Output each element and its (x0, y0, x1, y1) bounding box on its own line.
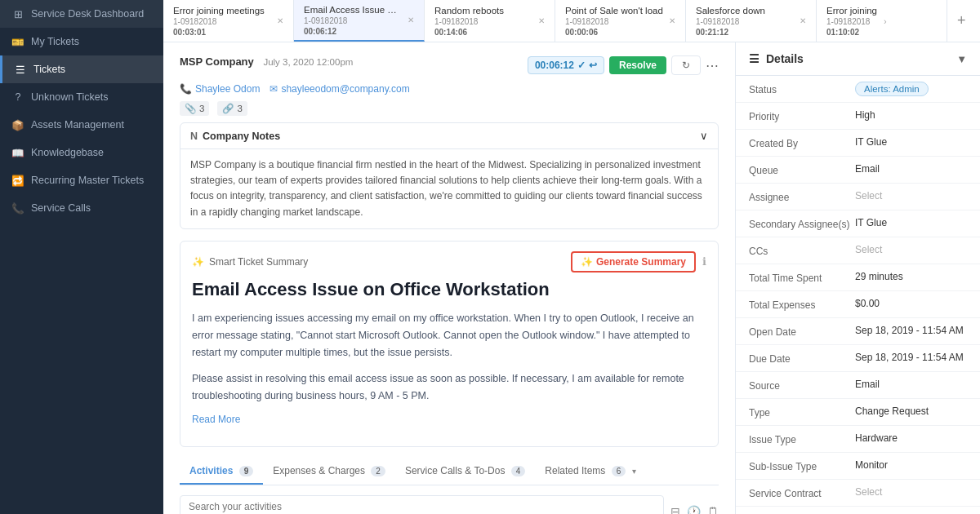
details-collapse-icon[interactable]: ▼ (956, 53, 967, 65)
undo-icon[interactable]: ↩ (589, 60, 597, 71)
details-field-value: Alerts: Admin (855, 82, 929, 95)
company-notes: N Company Notes ∨ MSP Company is a bouti… (180, 122, 719, 229)
tab-salesforce[interactable]: Salesforce down 1-09182018 00:21:12 ✕ (686, 0, 817, 42)
generate-summary-button[interactable]: ✨ Generate Summary (571, 251, 696, 273)
tab-close-4[interactable]: ✕ (669, 16, 675, 25)
related-dropdown-icon: ▾ (632, 467, 636, 476)
details-field-label: Service Contract (749, 486, 855, 499)
tab-title-4: Point of Sale won't load (565, 6, 663, 16)
details-field-value: IT Glue (855, 136, 967, 148)
clock-icon[interactable]: 🕐 (687, 505, 701, 514)
details-row: PriorityHigh (736, 103, 980, 130)
sidebar-label-service-desk: Service Desk Dashboard (31, 8, 144, 20)
contact-name[interactable]: Shaylee Odom (195, 83, 260, 95)
tab-related-items[interactable]: Related Items 6 ▾ (535, 459, 645, 485)
generate-label: Generate Summary (596, 256, 686, 268)
tab-add-button[interactable]: + (947, 0, 976, 42)
tab-id-4: 1-09182018 (565, 17, 663, 26)
sidebar-item-recurring[interactable]: 🔁 Recurring Master Tickets (0, 166, 163, 194)
details-field-label: Source (749, 379, 855, 392)
read-more-link[interactable]: Read More (192, 414, 240, 425)
refresh-button[interactable]: ↻ (671, 55, 701, 75)
details-field-value[interactable]: Select (855, 190, 967, 202)
sparkle-icon: ✨ (192, 256, 204, 268)
chevron-down-icon: ∨ (700, 130, 708, 142)
search-input[interactable] (180, 495, 664, 514)
smart-summary-header: ✨ Smart Ticket Summary ✨ Generate Summar… (192, 251, 706, 273)
details-menu-icon: ☰ (749, 52, 760, 65)
sidebar-item-service-desk[interactable]: ⊞ Service Desk Dashboard (0, 0, 163, 28)
sidebar-item-knowledgebase[interactable]: 📖 Knowledgebase (0, 139, 163, 166)
details-field-value: Email (855, 379, 967, 390)
contact-email-value[interactable]: shayleeodom@company.com (281, 83, 409, 95)
more-options-button[interactable]: ⋯ (706, 58, 719, 73)
details-field-label: Due Date (749, 352, 855, 365)
details-title: ☰ Details (749, 52, 804, 65)
details-row: Open DateSep 18, 2019 - 11:54 AM (736, 318, 980, 345)
sidebar-item-service-calls[interactable]: 📞 Service Calls (0, 194, 163, 222)
box-icon: 📦 (11, 118, 24, 131)
details-field-label: Assignee (749, 190, 855, 203)
notes-title-text: Company Notes (203, 131, 280, 142)
note-icon[interactable]: 🗒 (707, 505, 719, 514)
contact-phone: 📞 Shaylee Odom (180, 83, 260, 95)
details-field-value: $0.00 (855, 298, 967, 309)
main-area: Error joining meetings 1-09182018 00:03:… (163, 0, 980, 514)
company-notes-title: N Company Notes (190, 131, 280, 142)
tab-random-reboots[interactable]: Random reboots 1-09182018 00:14:06 ✕ (425, 0, 555, 42)
links-badge[interactable]: 🔗 3 (217, 101, 247, 116)
tab-close-2[interactable]: ✕ (408, 16, 414, 24)
sidebar-item-my-tickets[interactable]: 🎫 My Tickets (0, 28, 163, 55)
tab-close-5[interactable]: ✕ (800, 16, 806, 25)
filter-icon[interactable]: ⊟ (670, 505, 680, 514)
details-field-value: 29 minutes (855, 271, 967, 282)
notion-icon: N (190, 131, 198, 142)
resolve-button[interactable]: Resolve (609, 56, 666, 74)
activity-tabs: Activities 9 Expenses & Charges 2 Servic… (180, 459, 719, 485)
attachments-badge[interactable]: 📎 3 (180, 101, 209, 116)
details-row: Secondary Assignee(s)IT Glue (736, 210, 980, 237)
details-row: Total Time Spent29 minutes (736, 264, 980, 291)
details-field-label: CCs (749, 244, 855, 257)
details-field-value[interactable]: Select (855, 486, 967, 498)
details-field-value[interactable]: Select (855, 244, 967, 255)
details-field-value: Sep 18, 2019 - 11:54 AM (855, 352, 967, 363)
related-items-count: 6 (612, 466, 626, 476)
details-field-value: IT Glue (855, 217, 967, 228)
sidebar-label-assets: Assets Management (31, 119, 124, 131)
tab-error-joining[interactable]: Error joining meetings 1-09182018 00:03:… (163, 0, 294, 42)
sparkle-icon-sm: ✨ (581, 256, 593, 268)
sidebar-item-tickets[interactable]: ☰ Tickets (0, 55, 163, 83)
tab-expenses[interactable]: Expenses & Charges 2 (263, 459, 395, 485)
tab-time-6: 01:10:02 (826, 28, 877, 37)
tab-error-joining2[interactable]: Error joining 1-09182018 01:10:02 › (817, 0, 947, 42)
tab-next-icon: › (884, 16, 887, 26)
sidebar-label-my-tickets: My Tickets (31, 36, 79, 47)
sidebar-item-unknown-tickets[interactable]: ? Unknown Tickets (0, 83, 163, 111)
tab-email-access[interactable]: Email Access Issue on O... 1-09182018 00… (294, 0, 425, 42)
question-icon: ? (11, 91, 24, 104)
details-field-label: Type (749, 405, 855, 419)
details-row: Sub-Issue TypeMonitor (736, 453, 980, 480)
grid-icon: ⊞ (11, 7, 24, 20)
smart-summary: ✨ Smart Ticket Summary ✨ Generate Summar… (180, 241, 719, 447)
company-notes-header[interactable]: N Company Notes ∨ (180, 123, 718, 148)
ticket-description-1: I am experiencing issues accessing my em… (192, 310, 706, 362)
sidebar-item-assets[interactable]: 📦 Assets Management (0, 111, 163, 139)
tab-id-1: 1-09182018 (173, 17, 265, 26)
ticket-header: MSP Company July 3, 2020 12:00pm 00:06:1… (180, 55, 719, 75)
tab-title-5: Salesforce down (696, 6, 765, 16)
tab-activities[interactable]: Activities 9 (180, 459, 263, 485)
ticket-body: MSP Company July 3, 2020 12:00pm 00:06:1… (163, 42, 735, 514)
activities-label: Activities (189, 465, 233, 476)
details-field-value: Change Request (855, 405, 967, 417)
links-count: 3 (237, 104, 242, 113)
tab-title-2: Email Access Issue on O... (304, 5, 402, 15)
tab-pos[interactable]: Point of Sale won't load 1-09182018 00:0… (555, 0, 686, 42)
tab-service-calls[interactable]: Service Calls & To-Dos 4 (395, 459, 535, 485)
checkmark-icon[interactable]: ✓ (577, 60, 586, 71)
tab-close-3[interactable]: ✕ (538, 16, 545, 25)
sidebar-label-tickets: Tickets (33, 64, 65, 75)
paperclip-icon: 📎 (185, 103, 196, 114)
tab-close-1[interactable]: ✕ (277, 16, 283, 25)
